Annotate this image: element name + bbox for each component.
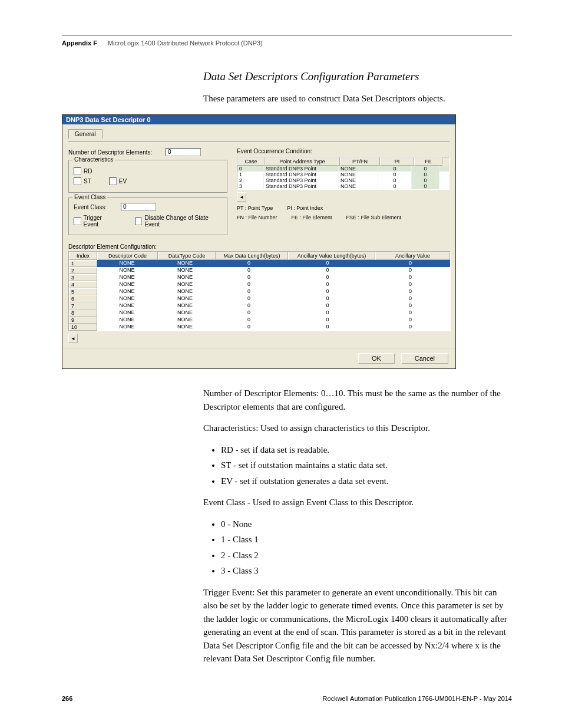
num-elements-input[interactable]: 0 xyxy=(166,148,201,156)
table-row[interactable]: 9NONENONE000 xyxy=(69,317,450,324)
rd-checkbox[interactable] xyxy=(74,167,81,175)
event-class-label: Event Class: xyxy=(74,204,121,210)
legend-fe: FE : File Element xyxy=(292,215,332,220)
bullet-class0: 0 - None xyxy=(221,518,512,531)
table-row[interactable]: 2NONENONE000 xyxy=(69,267,450,274)
table-row[interactable]: 2 Standard DNP3 Point NONE 0 0 xyxy=(237,177,449,183)
event-class-group-title: Event Class xyxy=(72,194,107,200)
scroll-left-icon[interactable]: ◄ xyxy=(68,334,78,343)
table-row[interactable]: 3NONENONE000 xyxy=(69,274,450,281)
disable-cos-label: Disable Change of State Event xyxy=(144,215,222,228)
window-titlebar: DNP3 Data Set Descriptor 0 xyxy=(62,115,455,124)
occurrence-table[interactable]: Case Point Address Type PT/FN PI FE 0 St… xyxy=(237,157,449,190)
occurrence-title: Event Occurrence Condition: xyxy=(237,148,449,154)
col-index[interactable]: Index xyxy=(69,252,97,260)
body-p1: Number of Descriptor Elements: 0…10. Thi… xyxy=(203,387,512,413)
legend-pi: PI : Point Index xyxy=(287,205,323,211)
header-title: MicroLogix 1400 Distributed Network Prot… xyxy=(108,39,263,47)
trigger-event-checkbox[interactable] xyxy=(74,218,81,225)
scroll-left-icon[interactable]: ◄ xyxy=(237,192,246,202)
table-row[interactable]: 5NONENONE000 xyxy=(69,288,450,295)
intro-text: These parameters are used to construct D… xyxy=(203,94,512,104)
bullet-class2: 2 - Class 2 xyxy=(221,549,512,562)
col-ancval[interactable]: Ancillary Value xyxy=(375,252,450,260)
desc-config-table[interactable]: Index Descriptor Code DataType Code Max … xyxy=(68,251,451,331)
characteristics-group: Characteristics RD ST EV xyxy=(68,160,227,193)
ok-button[interactable]: OK xyxy=(358,353,395,364)
num-elements-label: Number of Descriptor Elements: xyxy=(68,149,166,156)
bullet-ev: EV - set if outstation generates a data … xyxy=(221,475,512,488)
st-label: ST xyxy=(84,178,91,185)
col-ptfn[interactable]: PT/FN xyxy=(340,157,380,166)
ev-checkbox[interactable] xyxy=(109,177,117,185)
table-row[interactable]: 1NONENONE000 xyxy=(69,260,450,267)
table-row[interactable]: 1 Standard DNP3 Point NONE 0 0 xyxy=(237,172,449,177)
table-row[interactable]: 3 Standard DNP3 Point NONE 0 0 xyxy=(237,183,449,189)
bullet-class3: 3 - Class 3 xyxy=(221,564,512,578)
characteristics-title: Characteristics xyxy=(72,156,115,163)
section-title: Data Set Descriptors Configuration Param… xyxy=(203,70,512,83)
cancel-button[interactable]: Cancel xyxy=(401,353,448,364)
col-maxlen[interactable]: Max Data Length(bytes) xyxy=(216,252,288,260)
bullet-st: ST - set if outstation maintains a stati… xyxy=(221,459,512,472)
table-row[interactable]: 6NONENONE000 xyxy=(69,295,450,302)
publication-info: Rockwell Automation Publication 1766-UM0… xyxy=(323,695,512,702)
appendix-label: Appendix F xyxy=(62,39,97,47)
body-p4: Trigger Event: Set this parameter to gen… xyxy=(203,586,512,666)
st-checkbox[interactable] xyxy=(74,177,81,185)
page-header: Appendix F MicroLogix 1400 Distributed N… xyxy=(62,39,512,47)
desc-config-label: Descriptor Element Configuration: xyxy=(68,243,449,250)
legend-fn: FN : File Number xyxy=(237,215,277,220)
legend-pt: PT : Point Type xyxy=(237,205,273,211)
table-row[interactable]: 8NONENONE000 xyxy=(69,309,450,317)
table-row[interactable]: 4NONENONE000 xyxy=(69,281,450,288)
trigger-event-label: Trigger Event xyxy=(84,215,117,228)
tab-general[interactable]: General xyxy=(68,129,103,139)
legend-fse: FSE : File Sub Element xyxy=(346,215,402,220)
col-pi[interactable]: PI xyxy=(380,157,414,166)
body-p2: Characteristics: Used to assign characte… xyxy=(203,421,512,435)
table-row[interactable]: 0 Standard DNP3 Point NONE 0 0 xyxy=(237,166,449,172)
event-class-group: Event Class Event Class: 0 Trigger Event… xyxy=(68,197,227,235)
bullet-rd: RD - set if data set is readable. xyxy=(221,443,512,457)
ev-label: EV xyxy=(119,178,127,185)
page-number: 266 xyxy=(62,695,72,702)
table-row[interactable]: 7NONENONE000 xyxy=(69,302,450,309)
col-anclen[interactable]: Ancillary Value Length(bytes) xyxy=(288,252,375,260)
rd-label: RD xyxy=(84,168,92,174)
event-class-input[interactable]: 0 xyxy=(121,203,156,211)
bullet-class1: 1 - Class 1 xyxy=(221,533,512,546)
col-case[interactable]: Case xyxy=(237,157,265,166)
table-row[interactable]: 10NONENONE000 xyxy=(69,324,450,331)
col-dcode[interactable]: Descriptor Code xyxy=(97,252,158,260)
col-fe[interactable]: FE xyxy=(414,157,442,166)
dialog-window: DNP3 Data Set Descriptor 0 General Numbe… xyxy=(62,114,456,369)
col-pat[interactable]: Point Address Type xyxy=(265,157,340,166)
disable-cos-checkbox[interactable] xyxy=(135,218,143,225)
col-dtype[interactable]: DataType Code xyxy=(158,252,216,260)
body-p3: Event Class - Used to assign Event Class… xyxy=(203,496,512,509)
